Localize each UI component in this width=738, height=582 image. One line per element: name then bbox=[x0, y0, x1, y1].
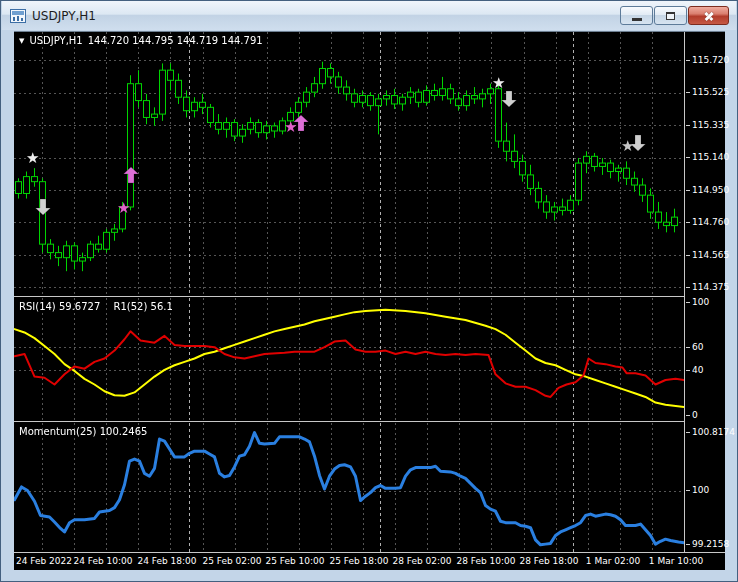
rsi-r1-label: R1(52) 56.1 bbox=[114, 301, 173, 312]
time-tick: 1 Mar 10:00 bbox=[649, 556, 703, 566]
time-axis[interactable]: 24 Feb 2022 24 Feb 10:00 24 Feb 18:00 25… bbox=[14, 552, 725, 571]
time-tick: 28 Feb 10:00 bbox=[456, 556, 515, 566]
momentum-pane: Momentum(25) 100.2465 bbox=[14, 423, 684, 552]
chart-ohlc-header: ▼ USDJPY,H1 144.720 144.795 144.719 144.… bbox=[19, 35, 263, 46]
rsi-pane: RSI(14) 59.6727 R1(52) 56.1 bbox=[14, 298, 684, 420]
momentum-pane-canvas[interactable] bbox=[14, 423, 684, 552]
price-tick: 114.565 bbox=[685, 250, 729, 260]
price-tick: 115.335 bbox=[685, 120, 729, 130]
time-tick: 28 Feb 02:00 bbox=[392, 556, 451, 566]
rsi-pane-header: RSI(14) 59.6727 R1(52) 56.1 bbox=[19, 301, 173, 312]
price-tick: 115.525 bbox=[685, 87, 729, 97]
minimize-button[interactable] bbox=[620, 6, 653, 25]
price-tick: 114.950 bbox=[685, 185, 729, 195]
pane-separator[interactable] bbox=[14, 421, 685, 422]
price-tick: 115.140 bbox=[685, 152, 729, 162]
restore-icon bbox=[666, 12, 675, 20]
time-tick: 25 Feb 02:00 bbox=[202, 556, 261, 566]
price-tick: 115.720 bbox=[685, 55, 729, 65]
price-tick: 114.375 bbox=[685, 282, 729, 292]
pane-separator[interactable] bbox=[14, 296, 685, 297]
minimize-icon bbox=[632, 18, 642, 21]
rsi-label: RSI(14) 59.6727 bbox=[19, 301, 100, 312]
rsi-tick: 60 bbox=[685, 342, 703, 352]
time-tick: 24 Feb 2022 bbox=[16, 556, 72, 566]
ohlc-values: 144.720 144.795 144.719 144.791 bbox=[88, 35, 263, 46]
rsi-pane-canvas[interactable] bbox=[14, 298, 684, 420]
chart-window: USDJPY,H1 ▼ USDJPY,H1 144.720 144.795 14… bbox=[0, 0, 738, 582]
symbol-period-label: USDJPY,H1 bbox=[29, 35, 82, 46]
time-tick: 24 Feb 18:00 bbox=[137, 556, 196, 566]
time-tick: 25 Feb 18:00 bbox=[329, 556, 388, 566]
restore-button[interactable] bbox=[654, 6, 687, 25]
main-chart-pane: ▼ USDJPY,H1 144.720 144.795 144.719 144.… bbox=[14, 32, 684, 295]
rsi-tick: 0 bbox=[685, 410, 698, 420]
momentum-tick: 100.8174 bbox=[685, 427, 735, 437]
chart-client: ▼ USDJPY,H1 144.720 144.795 144.719 144.… bbox=[14, 31, 725, 570]
momentum-tick: 100 bbox=[685, 485, 709, 495]
price-axis[interactable]: 115.720 115.525 115.335 115.140 114.950 … bbox=[684, 32, 725, 553]
rsi-tick: 100 bbox=[685, 297, 709, 307]
price-tick: 114.760 bbox=[685, 217, 729, 227]
momentum-tick: 99.2158 bbox=[685, 539, 729, 549]
window-title: USDJPY,H1 bbox=[32, 9, 96, 23]
time-tick: 28 Feb 18:00 bbox=[519, 556, 578, 566]
title-bar[interactable]: USDJPY,H1 bbox=[2, 1, 736, 30]
close-button[interactable] bbox=[688, 6, 729, 25]
main-chart-canvas[interactable] bbox=[14, 32, 684, 295]
close-icon bbox=[703, 10, 715, 22]
time-tick: 25 Feb 10:00 bbox=[265, 556, 324, 566]
chart-dropdown-icon[interactable]: ▼ bbox=[19, 36, 24, 46]
momentum-label: Momentum(25) 100.2465 bbox=[19, 426, 147, 437]
chart-window-icon bbox=[10, 9, 26, 23]
time-tick: 1 Mar 02:00 bbox=[586, 556, 640, 566]
rsi-tick: 40 bbox=[685, 365, 703, 375]
time-tick: 24 Feb 10:00 bbox=[73, 556, 132, 566]
